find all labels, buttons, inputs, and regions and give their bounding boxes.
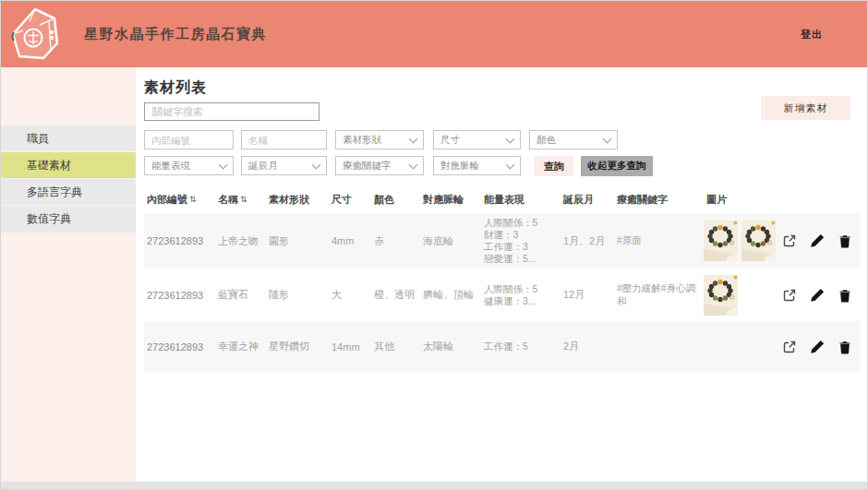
cell-images — [704, 221, 788, 261]
column-header-birth-month: 誕辰月 — [561, 193, 614, 207]
cell-color: 赤 — [371, 234, 420, 248]
cell-shape: 星野鑽切 — [266, 340, 329, 353]
sidebar-item-staff[interactable]: 職員 — [1, 125, 136, 152]
birth-month-filter-value: 誕辰月 — [248, 160, 278, 173]
size-filter-value: 尺寸 — [440, 134, 460, 147]
shape-filter-value: 素材形狀 — [343, 134, 381, 147]
page-title: 素材列表 — [144, 78, 207, 98]
crystal-logo-icon — [8, 5, 62, 64]
chevron-down-icon — [219, 160, 228, 169]
sort-icon: ⇅ — [240, 195, 247, 204]
cell-energy: 工作運：5 — [481, 341, 561, 353]
cell-actions — [788, 288, 860, 303]
cell-birth-month: 2月 — [561, 340, 614, 353]
chevron-down-icon — [409, 160, 418, 169]
birth-month-filter-select[interactable]: 誕辰月 — [241, 156, 327, 175]
app-title: 星野水晶手作工房晶石寶典 — [84, 26, 267, 43]
cell-internal-id: 2723612893 — [144, 235, 215, 246]
cell-shape: 圓形 — [266, 234, 329, 248]
open-external-button[interactable] — [782, 233, 797, 248]
edit-button[interactable] — [810, 340, 825, 354]
internal-id-filter-input[interactable] — [144, 130, 234, 149]
column-header-energy: 能量表現 — [481, 193, 561, 207]
open-external-button[interactable] — [782, 340, 797, 354]
cell-keywords: #原面 — [614, 234, 704, 247]
sidebar-item-multilingual-dictionary[interactable]: 多語言字典 — [1, 179, 136, 206]
chevron-down-icon — [603, 134, 612, 143]
column-header-keywords: 療癒關鍵字 — [614, 193, 704, 207]
cell-actions — [788, 340, 860, 354]
chevron-down-icon — [312, 160, 321, 169]
material-photo-thumbnail[interactable] — [704, 275, 738, 316]
chakra-filter-value: 對應脈輪 — [440, 160, 479, 173]
table-row: 2723612893 幸運之神 星野鑽切 14mm 其他 太陽輪 工作運：5 2… — [144, 321, 860, 372]
add-material-button[interactable]: 新增素材 — [761, 96, 850, 120]
shape-filter-select[interactable]: 素材形狀 — [335, 130, 424, 149]
energy-filter-value: 能量表現 — [151, 160, 190, 173]
app-header: 星野水晶手作工房晶石寶典 登出 — [1, 1, 867, 67]
cell-chakra: 太陽輪 — [420, 340, 481, 353]
cell-color: 其他 — [371, 340, 420, 353]
cell-shape: 隨形 — [266, 288, 329, 302]
table-row: 2723612893 藍寶石 隨形 大 橙、透明 臍輪、頂輪 人際關係：5 健康… — [144, 269, 860, 321]
cell-internal-id: 2723612893 — [144, 341, 215, 353]
cell-energy: 人際關係：5 財運：3 工作運：3 戀愛運：5... — [481, 217, 561, 265]
column-header-color: 顏色 — [371, 193, 420, 207]
column-header-chakra: 對應脈輪 — [420, 193, 481, 207]
material-photo-thumbnail[interactable] — [741, 221, 776, 261]
cell-size: 4mm — [329, 235, 371, 246]
cell-size: 大 — [329, 288, 371, 302]
chevron-down-icon — [506, 160, 515, 169]
logout-button[interactable]: 登出 — [795, 27, 828, 42]
delete-button[interactable] — [838, 340, 852, 354]
energy-filter-select[interactable]: 能量表現 — [144, 156, 234, 175]
column-header-image: 圖片 — [704, 193, 788, 207]
name-filter-input[interactable] — [241, 130, 327, 149]
color-filter-value: 顏色 — [536, 134, 556, 147]
chevron-down-icon — [409, 134, 418, 143]
main-content: 素材列表 新增素材 素材形狀 尺寸 顏色 能量表現 誕辰月 療癒關鍵字 — [136, 67, 867, 482]
materials-table: 內部編號 ⇅ 名稱 ⇅ 素材形狀 尺寸 顏色 對應脈輪 能量表現 誕辰月 療癒關… — [144, 185, 860, 372]
sort-icon: ⇅ — [189, 195, 197, 204]
app-window: 星野水晶手作工房晶石寶典 登出 職員 基礎素材 多語言字典 數值字典 素材列表 … — [0, 0, 868, 490]
cell-chakra: 海底輪 — [420, 234, 481, 248]
sidebar-item-numeric-dictionary[interactable]: 數值字典 — [1, 206, 136, 233]
material-photo-thumbnail[interactable] — [704, 221, 738, 261]
size-filter-select[interactable]: 尺寸 — [433, 130, 521, 149]
edit-button[interactable] — [810, 288, 825, 303]
cell-size: 14mm — [329, 341, 371, 353]
column-header-shape: 素材形狀 — [266, 193, 329, 207]
cell-birth-month: 12月 — [561, 288, 614, 302]
open-external-button[interactable] — [782, 288, 797, 303]
chakra-filter-select[interactable]: 對應脈輪 — [433, 156, 521, 175]
color-filter-select[interactable]: 顏色 — [529, 130, 618, 149]
cell-images — [704, 275, 788, 316]
cell-energy: 人際關係：5 健康運：3... — [481, 283, 561, 307]
table-row: 2723612893 上帝之吻 圓形 4mm 赤 海底輪 人際關係：5 財運：3… — [144, 213, 860, 269]
cell-color: 橙、透明 — [371, 288, 420, 302]
cell-name: 上帝之吻 — [215, 234, 266, 248]
cell-name: 幸運之神 — [215, 340, 266, 353]
cell-keywords: #壓力緩解#身心調和 — [614, 282, 704, 308]
bottom-scrollbar-track[interactable] — [1, 482, 867, 489]
delete-button[interactable] — [838, 233, 852, 248]
cell-chakra: 臍輪、頂輪 — [420, 288, 481, 302]
column-header-internal-id[interactable]: 內部編號 ⇅ — [144, 193, 215, 207]
sidebar: 職員 基礎素材 多語言字典 數值字典 — [1, 67, 136, 482]
column-header-size: 尺寸 — [329, 193, 371, 207]
healing-keyword-filter-select[interactable]: 療癒關鍵字 — [335, 156, 424, 175]
table-header-row: 內部編號 ⇅ 名稱 ⇅ 素材形狀 尺寸 顏色 對應脈輪 能量表現 誕辰月 療癒關… — [144, 185, 860, 213]
column-header-name[interactable]: 名稱 ⇅ — [215, 193, 266, 207]
cell-name: 藍寶石 — [215, 288, 266, 302]
chevron-down-icon — [506, 134, 515, 143]
edit-button[interactable] — [810, 233, 825, 248]
cell-birth-month: 1月、2月 — [561, 234, 614, 248]
delete-button[interactable] — [838, 288, 852, 303]
query-button[interactable]: 查詢 — [535, 156, 573, 176]
healing-keyword-filter-value: 療癒關鍵字 — [343, 160, 392, 173]
keyword-search-input[interactable] — [144, 102, 319, 121]
cell-internal-id: 2723612893 — [144, 290, 215, 301]
collapse-more-query-button[interactable]: 收起更多查詢 — [581, 156, 653, 176]
cell-actions — [788, 233, 860, 248]
sidebar-item-basic-materials[interactable]: 基礎素材 — [1, 152, 136, 179]
